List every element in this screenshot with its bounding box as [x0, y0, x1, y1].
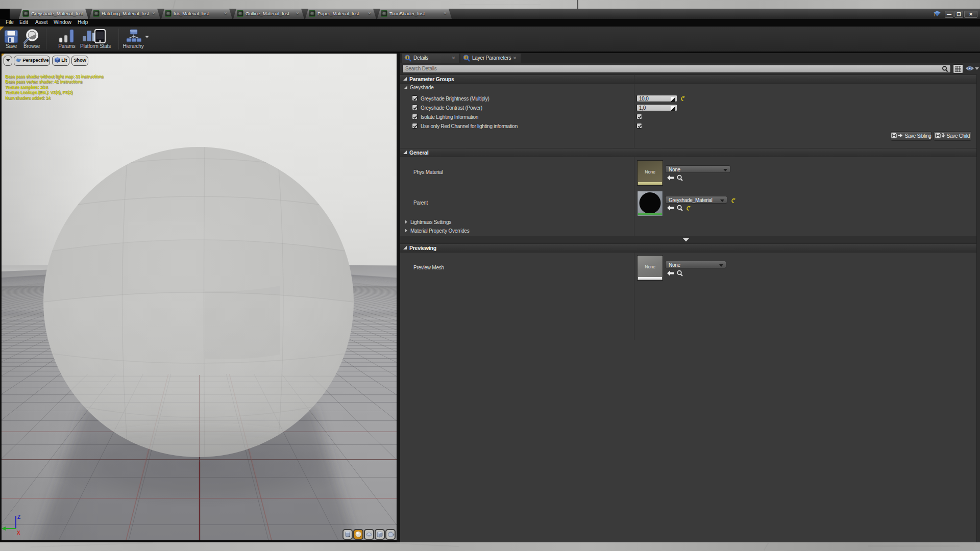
svg-text:Z: Z — [17, 514, 20, 520]
svg-text:X: X — [17, 530, 20, 536]
